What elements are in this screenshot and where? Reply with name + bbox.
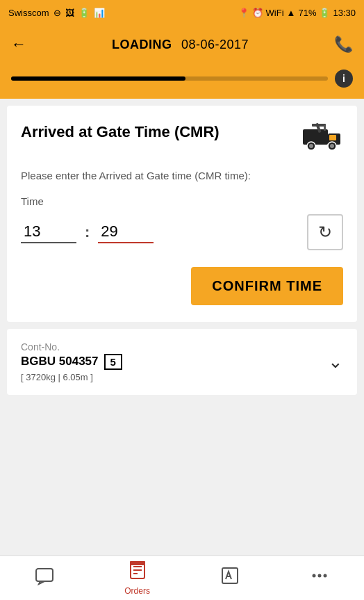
svg-rect-0 xyxy=(303,129,328,145)
svg-rect-10 xyxy=(36,569,53,581)
refresh-button[interactable]: ↻ xyxy=(307,214,343,250)
container-number: BGBU 504357 5 xyxy=(21,354,122,370)
card-description: Please enter the Arrived at Gate time (C… xyxy=(21,168,343,184)
battery-icon: 🔋 xyxy=(319,8,330,18)
minutes-wrap xyxy=(98,221,154,243)
container-label: Cont-No. xyxy=(21,341,122,352)
chat-icon xyxy=(35,566,54,590)
alarm-icon: ⏰ xyxy=(252,8,263,18)
hours-wrap xyxy=(21,221,76,243)
nav-more[interactable] xyxy=(299,560,340,596)
time-separator: : xyxy=(85,223,90,241)
container-info: Cont-No. BGBU 504357 5 [ 3720kg | 6.05m … xyxy=(21,341,122,382)
nav-orders[interactable]: Orders xyxy=(113,555,161,600)
edit-icon xyxy=(220,566,240,590)
battery-icon2: 🔋 xyxy=(78,8,90,18)
phone-icon[interactable]: 📞 xyxy=(334,35,353,54)
progress-track xyxy=(11,76,328,81)
time-label: Time xyxy=(21,195,343,207)
bottom-nav: Orders xyxy=(0,556,364,600)
container-meta: [ 3720kg | 6.05m ] xyxy=(21,372,122,382)
nav-chat[interactable] xyxy=(24,560,65,596)
nav-edit[interactable] xyxy=(209,560,251,596)
svg-point-4 xyxy=(309,144,313,148)
main-card: Arrived at Gate Time (CMR) Please e xyxy=(7,106,357,322)
container-badge: 5 xyxy=(104,354,122,370)
time-row: : ↻ xyxy=(21,214,343,250)
svg-rect-15 xyxy=(130,561,145,565)
refresh-icon: ↻ xyxy=(318,222,332,242)
location-icon: 📍 xyxy=(238,8,249,18)
orders-icon xyxy=(128,560,147,585)
svg-rect-2 xyxy=(329,135,336,140)
image-icon: 🖼 xyxy=(65,8,74,18)
info-button[interactable]: i xyxy=(335,70,353,88)
signal-bars: ▲ xyxy=(287,8,296,18)
container-card: Cont-No. BGBU 504357 5 [ 3720kg | 6.05m … xyxy=(7,329,357,395)
wifi-icon: WiFi xyxy=(266,8,284,18)
card-title: Arrived at Gate Time (CMR) xyxy=(21,122,220,143)
title-date: 08-06-2017 xyxy=(181,38,249,51)
back-button[interactable]: ← xyxy=(11,35,26,54)
status-right: 📍 ⏰ WiFi ▲ 71% 🔋 13:30 xyxy=(238,8,356,18)
svg-point-18 xyxy=(312,574,315,578)
status-left: Swisscom ⊖ 🖼 🔋 📊 xyxy=(8,8,105,18)
svg-rect-9 xyxy=(324,125,326,131)
progress-area: i xyxy=(0,64,364,99)
svg-point-6 xyxy=(330,144,334,148)
signal-icon: ⊖ xyxy=(53,8,61,18)
progress-fill xyxy=(11,76,185,81)
more-icon xyxy=(310,566,329,590)
title-text: LOADING xyxy=(112,38,172,51)
orders-label: Orders xyxy=(124,586,150,596)
hours-input[interactable] xyxy=(21,221,76,243)
page-title: LOADING 08-06-2017 xyxy=(112,38,249,52)
confirm-time-button[interactable]: CONFIRM TIME xyxy=(191,267,343,305)
card-header: Arrived at Gate Time (CMR) xyxy=(21,122,343,157)
svg-point-20 xyxy=(323,574,326,578)
confirm-row: CONFIRM TIME xyxy=(21,264,343,305)
chart-icon: 📊 xyxy=(94,8,105,18)
svg-point-19 xyxy=(317,574,321,578)
container-number-text: BGBU 504357 xyxy=(21,355,99,368)
minutes-input[interactable] xyxy=(98,221,154,243)
expand-container-button[interactable]: ⌄ xyxy=(328,351,343,373)
top-bar: ← LOADING 08-06-2017 📞 xyxy=(0,25,364,64)
battery-percent: 71% xyxy=(298,8,316,18)
carrier-label: Swisscom xyxy=(8,8,49,18)
clock-display: 13:30 xyxy=(333,8,356,18)
status-bar: Swisscom ⊖ 🖼 🔋 📊 📍 ⏰ WiFi ▲ 71% 🔋 13:30 xyxy=(0,0,364,25)
truck-icon xyxy=(301,122,343,157)
